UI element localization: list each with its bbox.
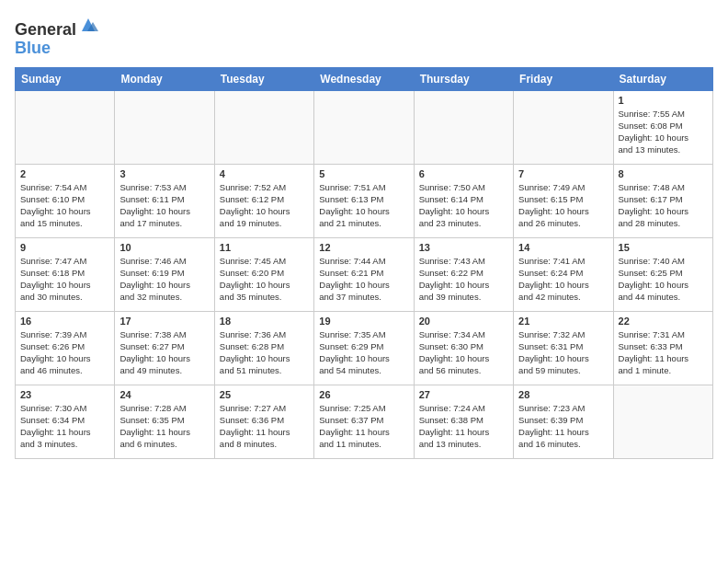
- day-number: 1: [619, 95, 708, 106]
- day-number: 27: [419, 389, 508, 400]
- sun-info: Sunrise: 7:53 AM Sunset: 6:11 PM Dayligh…: [119, 181, 209, 230]
- calendar-cell: [414, 90, 513, 164]
- sun-info: Sunrise: 7:52 AM Sunset: 6:12 PM Dayligh…: [220, 181, 309, 230]
- sun-info: Sunrise: 7:51 AM Sunset: 6:13 PM Dayligh…: [319, 181, 408, 230]
- page-header: General Blue: [15, 15, 713, 58]
- day-number: 25: [220, 389, 309, 400]
- calendar-week-3: 9Sunrise: 7:47 AM Sunset: 6:18 PM Daylig…: [16, 237, 713, 311]
- calendar-cell: 25Sunrise: 7:27 AM Sunset: 6:36 PM Dayli…: [214, 385, 313, 458]
- day-header-monday: Monday: [115, 67, 214, 90]
- day-number: 10: [119, 242, 209, 253]
- sun-info: Sunrise: 7:45 AM Sunset: 6:20 PM Dayligh…: [220, 255, 309, 304]
- day-number: 13: [419, 242, 508, 253]
- day-header-wednesday: Wednesday: [314, 67, 414, 90]
- calendar-cell: 19Sunrise: 7:35 AM Sunset: 6:29 PM Dayli…: [314, 311, 414, 385]
- sun-info: Sunrise: 7:40 AM Sunset: 6:25 PM Dayligh…: [619, 255, 708, 304]
- sun-info: Sunrise: 7:47 AM Sunset: 6:18 PM Dayligh…: [20, 255, 109, 304]
- sun-info: Sunrise: 7:43 AM Sunset: 6:22 PM Dayligh…: [419, 255, 508, 304]
- sun-info: Sunrise: 7:46 AM Sunset: 6:19 PM Dayligh…: [119, 255, 209, 304]
- day-number: 12: [319, 242, 408, 253]
- calendar-cell: 18Sunrise: 7:36 AM Sunset: 6:28 PM Dayli…: [214, 311, 313, 385]
- calendar-week-1: 1Sunrise: 7:55 AM Sunset: 6:08 PM Daylig…: [16, 90, 713, 164]
- logo: General Blue: [15, 15, 98, 58]
- calendar-cell: [16, 90, 115, 164]
- day-number: 21: [518, 316, 608, 327]
- day-number: 14: [518, 242, 608, 253]
- sun-info: Sunrise: 7:39 AM Sunset: 6:26 PM Dayligh…: [20, 328, 109, 377]
- sun-info: Sunrise: 7:24 AM Sunset: 6:38 PM Dayligh…: [419, 402, 508, 451]
- sun-info: Sunrise: 7:54 AM Sunset: 6:10 PM Dayligh…: [20, 181, 109, 230]
- day-header-sunday: Sunday: [16, 67, 115, 90]
- sun-info: Sunrise: 7:23 AM Sunset: 6:39 PM Dayligh…: [518, 402, 608, 451]
- calendar-cell: 27Sunrise: 7:24 AM Sunset: 6:38 PM Dayli…: [414, 385, 513, 458]
- day-number: 24: [119, 389, 209, 400]
- day-number: 15: [619, 242, 708, 253]
- sun-info: Sunrise: 7:34 AM Sunset: 6:30 PM Dayligh…: [419, 328, 508, 377]
- sun-info: Sunrise: 7:48 AM Sunset: 6:17 PM Dayligh…: [619, 181, 708, 230]
- day-header-saturday: Saturday: [613, 67, 712, 90]
- calendar-week-5: 23Sunrise: 7:30 AM Sunset: 6:34 PM Dayli…: [16, 385, 713, 458]
- calendar-cell: 11Sunrise: 7:45 AM Sunset: 6:20 PM Dayli…: [214, 237, 313, 311]
- calendar-cell: [314, 90, 414, 164]
- calendar-cell: 7Sunrise: 7:49 AM Sunset: 6:15 PM Daylig…: [514, 164, 613, 237]
- calendar-cell: 4Sunrise: 7:52 AM Sunset: 6:12 PM Daylig…: [214, 164, 313, 237]
- day-header-friday: Friday: [514, 67, 613, 90]
- sun-info: Sunrise: 7:44 AM Sunset: 6:21 PM Dayligh…: [319, 255, 408, 304]
- calendar-cell: 2Sunrise: 7:54 AM Sunset: 6:10 PM Daylig…: [16, 164, 115, 237]
- calendar-cell: 16Sunrise: 7:39 AM Sunset: 6:26 PM Dayli…: [16, 311, 115, 385]
- day-number: 6: [419, 168, 508, 179]
- calendar-cell: 28Sunrise: 7:23 AM Sunset: 6:39 PM Dayli…: [514, 385, 613, 458]
- calendar-cell: 13Sunrise: 7:43 AM Sunset: 6:22 PM Dayli…: [414, 237, 513, 311]
- day-number: 4: [220, 168, 309, 179]
- calendar-cell: 12Sunrise: 7:44 AM Sunset: 6:21 PM Dayli…: [314, 237, 414, 311]
- day-number: 16: [20, 316, 109, 327]
- calendar-cell: [214, 90, 313, 164]
- calendar-cell: 1Sunrise: 7:55 AM Sunset: 6:08 PM Daylig…: [613, 90, 712, 164]
- day-number: 18: [220, 316, 309, 327]
- logo-general: General: [15, 20, 76, 39]
- day-number: 17: [119, 316, 209, 327]
- day-number: 19: [319, 316, 408, 327]
- calendar-week-4: 16Sunrise: 7:39 AM Sunset: 6:26 PM Dayli…: [16, 311, 713, 385]
- calendar-cell: 22Sunrise: 7:31 AM Sunset: 6:33 PM Dayli…: [613, 311, 712, 385]
- sun-info: Sunrise: 7:32 AM Sunset: 6:31 PM Dayligh…: [518, 328, 608, 377]
- calendar-cell: 20Sunrise: 7:34 AM Sunset: 6:30 PM Dayli…: [414, 311, 513, 385]
- day-number: 2: [20, 168, 109, 179]
- logo-blue: Blue: [15, 39, 51, 57]
- calendar-cell: 24Sunrise: 7:28 AM Sunset: 6:35 PM Dayli…: [115, 385, 214, 458]
- sun-info: Sunrise: 7:31 AM Sunset: 6:33 PM Dayligh…: [619, 328, 708, 377]
- sun-info: Sunrise: 7:41 AM Sunset: 6:24 PM Dayligh…: [518, 255, 608, 304]
- calendar-cell: 6Sunrise: 7:50 AM Sunset: 6:14 PM Daylig…: [414, 164, 513, 237]
- calendar-cell: 3Sunrise: 7:53 AM Sunset: 6:11 PM Daylig…: [115, 164, 214, 237]
- calendar-cell: 8Sunrise: 7:48 AM Sunset: 6:17 PM Daylig…: [613, 164, 712, 237]
- sun-info: Sunrise: 7:30 AM Sunset: 6:34 PM Dayligh…: [20, 402, 109, 451]
- calendar-cell: 21Sunrise: 7:32 AM Sunset: 6:31 PM Dayli…: [514, 311, 613, 385]
- day-number: 8: [619, 168, 708, 179]
- day-number: 23: [20, 389, 109, 400]
- sun-info: Sunrise: 7:27 AM Sunset: 6:36 PM Dayligh…: [220, 402, 309, 451]
- day-number: 7: [518, 168, 608, 179]
- calendar-cell: 14Sunrise: 7:41 AM Sunset: 6:24 PM Dayli…: [514, 237, 613, 311]
- calendar-cell: 23Sunrise: 7:30 AM Sunset: 6:34 PM Dayli…: [16, 385, 115, 458]
- sun-info: Sunrise: 7:35 AM Sunset: 6:29 PM Dayligh…: [319, 328, 408, 377]
- sun-info: Sunrise: 7:28 AM Sunset: 6:35 PM Dayligh…: [119, 402, 209, 451]
- calendar-cell: 10Sunrise: 7:46 AM Sunset: 6:19 PM Dayli…: [115, 237, 214, 311]
- calendar-cell: 15Sunrise: 7:40 AM Sunset: 6:25 PM Dayli…: [613, 237, 712, 311]
- calendar-cell: 9Sunrise: 7:47 AM Sunset: 6:18 PM Daylig…: [16, 237, 115, 311]
- calendar-cell: [115, 90, 214, 164]
- calendar-table: SundayMondayTuesdayWednesdayThursdayFrid…: [15, 67, 713, 459]
- calendar-header: SundayMondayTuesdayWednesdayThursdayFrid…: [16, 67, 713, 90]
- calendar-week-2: 2Sunrise: 7:54 AM Sunset: 6:10 PM Daylig…: [16, 164, 713, 237]
- sun-info: Sunrise: 7:49 AM Sunset: 6:15 PM Dayligh…: [518, 181, 608, 230]
- day-header-tuesday: Tuesday: [214, 67, 313, 90]
- sun-info: Sunrise: 7:55 AM Sunset: 6:08 PM Dayligh…: [619, 108, 708, 156]
- calendar-cell: 5Sunrise: 7:51 AM Sunset: 6:13 PM Daylig…: [314, 164, 414, 237]
- calendar-cell: 26Sunrise: 7:25 AM Sunset: 6:37 PM Dayli…: [314, 385, 414, 458]
- sun-info: Sunrise: 7:25 AM Sunset: 6:37 PM Dayligh…: [319, 402, 408, 451]
- day-number: 26: [319, 389, 408, 400]
- logo-icon: [78, 15, 98, 35]
- day-number: 11: [220, 242, 309, 253]
- day-number: 3: [119, 168, 209, 179]
- sun-info: Sunrise: 7:38 AM Sunset: 6:27 PM Dayligh…: [119, 328, 209, 377]
- day-number: 5: [319, 168, 408, 179]
